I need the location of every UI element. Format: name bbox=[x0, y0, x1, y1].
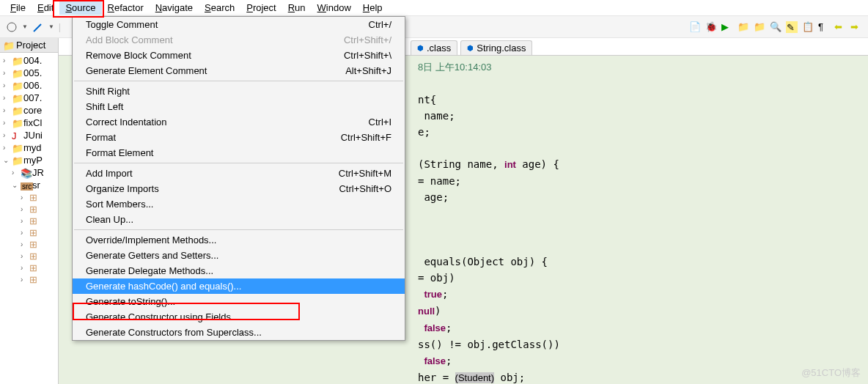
expand-arrow-icon[interactable]: › bbox=[21, 252, 28, 260]
folder-icon[interactable]: 📁 bbox=[754, 21, 765, 33]
tree-node[interactable]: ›📁007. bbox=[1, 92, 56, 104]
menu-item-shift-left[interactable]: Shift Left bbox=[73, 99, 405, 114]
menu-item-generate-tostring[interactable]: Generate toString()... bbox=[73, 294, 405, 309]
tree-node[interactable]: ›⊞ bbox=[1, 226, 56, 238]
menu-window[interactable]: Window bbox=[312, 1, 357, 15]
tree-node[interactable]: ›⊞ bbox=[1, 238, 56, 250]
project-explorer-header[interactable]: 📁 Project bbox=[0, 38, 58, 53]
menu-navigate[interactable]: Navigate bbox=[150, 1, 199, 15]
menu-source[interactable]: Source bbox=[59, 1, 101, 15]
toolbar-icon[interactable] bbox=[6, 21, 18, 33]
paint-icon[interactable]: ✎ bbox=[786, 21, 798, 33]
menu-item-generate-constructors-from-superclass[interactable]: Generate Constructors from Superclass... bbox=[73, 325, 405, 340]
folder-icon: 📁 bbox=[12, 143, 22, 153]
tree-node[interactable]: ›📁006. bbox=[1, 79, 56, 92]
menu-item-generate-hashcode-and-equals[interactable]: Generate hashCode() and equals()... bbox=[73, 278, 405, 294]
folder-icon: 📁 bbox=[12, 106, 22, 116]
folder-icon[interactable]: 📁 bbox=[738, 21, 749, 33]
expand-arrow-icon[interactable]: › bbox=[21, 193, 28, 202]
new-icon[interactable]: 📄 bbox=[689, 21, 701, 33]
expand-arrow-icon[interactable]: › bbox=[3, 131, 10, 139]
back-icon[interactable]: ⬅ bbox=[834, 21, 846, 33]
menu-item-label: Clean Up... bbox=[86, 214, 133, 225]
menu-help[interactable]: Help bbox=[357, 1, 389, 15]
project-tree: ›📁004.›📁005.›📁006.›📁007.›📁core›📁fixCl›JJ… bbox=[0, 53, 58, 287]
expand-arrow-icon[interactable]: › bbox=[3, 69, 10, 77]
menu-item-format-element[interactable]: Format Element bbox=[73, 145, 405, 160]
tree-node[interactable]: ⌄📁myP bbox=[1, 154, 56, 166]
tree-node[interactable]: ›⊞ bbox=[1, 215, 56, 226]
menu-item-generate-element-comment[interactable]: Generate Element CommentAlt+Shift+J bbox=[73, 63, 405, 78]
tree-node[interactable]: ›📁005. bbox=[1, 67, 56, 79]
expand-arrow-icon[interactable]: › bbox=[3, 56, 10, 64]
menu-item-add-import[interactable]: Add ImportCtrl+Shift+M bbox=[73, 166, 405, 181]
menu-item-shift-right[interactable]: Shift Right bbox=[73, 84, 405, 99]
expand-arrow-icon[interactable]: › bbox=[21, 240, 28, 248]
expand-arrow-icon[interactable]: › bbox=[3, 144, 10, 152]
debug-icon[interactable]: 🐞 bbox=[705, 21, 717, 33]
tree-node[interactable]: ›📁004. bbox=[1, 54, 56, 67]
menu-item-generate-constructor-using-fields[interactable]: Generate Constructor using Fields... bbox=[73, 309, 405, 325]
menu-item-correct-indentation[interactable]: Correct IndentationCtrl+I bbox=[73, 114, 405, 130]
tree-node[interactable]: ›⊞ bbox=[1, 262, 56, 273]
menu-refactor[interactable]: Refactor bbox=[102, 1, 150, 15]
search-icon[interactable]: 🔍 bbox=[770, 21, 781, 33]
code-comment: 8日 上午10:14:03 bbox=[418, 62, 491, 73]
menu-item-organize-imports[interactable]: Organize ImportsCtrl+Shift+O bbox=[73, 181, 405, 196]
expand-arrow-icon[interactable]: › bbox=[3, 94, 10, 102]
expand-arrow-icon[interactable]: › bbox=[21, 217, 28, 225]
expand-arrow-icon[interactable]: ⌄ bbox=[3, 156, 10, 164]
tree-node[interactable]: ›📚JR bbox=[1, 166, 56, 179]
menu-item-generate-getters-and-setters[interactable]: Generate Getters and Setters... bbox=[73, 248, 405, 263]
menu-item-add-block-comment: Add Block CommentCtrl+Shift+/ bbox=[73, 32, 405, 48]
expand-arrow-icon[interactable]: › bbox=[21, 264, 28, 272]
project-icon: 📁 bbox=[3, 40, 13, 51]
menu-item-label: Override/Implement Methods... bbox=[86, 235, 216, 245]
menu-item-override-implement-methods[interactable]: Override/Implement Methods... bbox=[73, 232, 405, 248]
class-file-icon: ⬢ bbox=[467, 44, 474, 52]
menu-search[interactable]: Search bbox=[199, 1, 240, 15]
tree-node[interactable]: ›⊞ bbox=[1, 273, 56, 285]
tree-label: core bbox=[23, 105, 42, 116]
run-icon[interactable]: ▶ bbox=[721, 21, 733, 33]
folder-icon: 📚 bbox=[21, 168, 31, 178]
menu-item-remove-block-comment[interactable]: Remove Block CommentCtrl+Shift+\ bbox=[73, 48, 405, 63]
dropdown-arrow-icon[interactable]: ▼ bbox=[22, 23, 28, 30]
tree-node[interactable]: ⌄srcsr bbox=[1, 179, 56, 191]
tree-node[interactable]: ›JJUni bbox=[1, 129, 56, 141]
expand-arrow-icon[interactable]: ⌄ bbox=[12, 181, 19, 189]
task-icon[interactable]: 📋 bbox=[802, 21, 814, 33]
folder-icon: 📁 bbox=[12, 118, 22, 128]
menu-item-toggle-comment[interactable]: Toggle CommentCtrl+/ bbox=[73, 17, 405, 32]
menu-run[interactable]: Run bbox=[282, 1, 312, 15]
menu-edit[interactable]: Edit bbox=[32, 1, 59, 15]
expand-arrow-icon[interactable]: › bbox=[3, 119, 10, 127]
expand-arrow-icon[interactable]: › bbox=[21, 205, 28, 213]
tree-node[interactable]: ›⊞ bbox=[1, 250, 56, 262]
forward-icon[interactable]: ➡ bbox=[850, 21, 862, 33]
menu-item-generate-delegate-methods[interactable]: Generate Delegate Methods... bbox=[73, 263, 405, 278]
tree-node[interactable]: ›⊞ bbox=[1, 203, 56, 215]
nav-icon[interactable]: ¶ bbox=[818, 21, 830, 33]
tree-node[interactable]: ›⊞ bbox=[1, 191, 56, 203]
menu-item-sort-members[interactable]: Sort Members... bbox=[73, 196, 405, 212]
expand-arrow-icon[interactable]: › bbox=[3, 81, 10, 89]
menu-file[interactable]: File bbox=[4, 1, 32, 15]
menu-item-label: Generate Constructors from Superclass... bbox=[86, 327, 262, 338]
menu-item-label: Generate toString()... bbox=[86, 296, 175, 307]
menu-project[interactable]: Project bbox=[240, 1, 282, 15]
editor-tab[interactable]: ⬢String.class bbox=[460, 40, 532, 55]
expand-arrow-icon[interactable]: › bbox=[12, 169, 19, 177]
editor-tab[interactable]: ⬢.class bbox=[411, 40, 457, 55]
tree-node[interactable]: ›📁myd bbox=[1, 141, 56, 154]
tree-node[interactable]: ›📁fixCl bbox=[1, 117, 56, 129]
menu-item-clean-up[interactable]: Clean Up... bbox=[73, 212, 405, 227]
tree-node[interactable]: ›📁core bbox=[1, 104, 56, 117]
dropdown-arrow-icon[interactable]: ▼ bbox=[48, 23, 54, 30]
expand-arrow-icon[interactable]: › bbox=[21, 229, 28, 237]
menu-item-format[interactable]: FormatCtrl+Shift+F bbox=[73, 130, 405, 145]
wand-icon[interactable] bbox=[32, 21, 44, 33]
menu-item-label: Format bbox=[86, 132, 116, 143]
expand-arrow-icon[interactable]: › bbox=[3, 106, 10, 114]
expand-arrow-icon[interactable]: › bbox=[21, 276, 28, 284]
